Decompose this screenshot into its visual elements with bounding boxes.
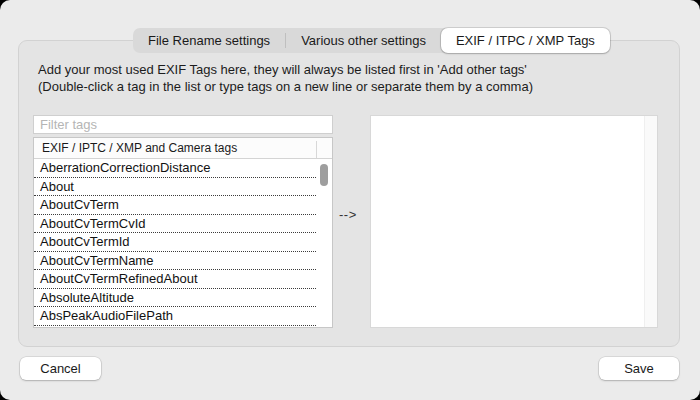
preferences-window: File Rename settings Various other setti…: [0, 0, 700, 400]
filter-tags-input[interactable]: [33, 115, 333, 134]
instructions-line-1: Add your most used EXIF Tags here, they …: [38, 61, 533, 78]
exif-tag-list: EXIF / IPTC / XMP and Camera tags Aberra…: [33, 137, 333, 328]
tag-list-item[interactable]: AboutCvTermId: [34, 233, 316, 252]
header-column-divider: [316, 141, 317, 158]
tag-list-item[interactable]: AboutCvTermName: [34, 252, 316, 271]
instructions-line-2: (Double-click a tag in the list or type …: [38, 78, 533, 95]
save-button[interactable]: Save: [599, 357, 679, 380]
tag-list-item[interactable]: AboutCvTermCvId: [34, 215, 316, 234]
tab-file-rename-settings[interactable]: File Rename settings: [133, 28, 285, 53]
tab-exif-itpc-xmp-tags[interactable]: EXIF / ITPC / XMP Tags: [441, 28, 610, 53]
tag-list-item[interactable]: About: [34, 178, 316, 197]
instructions-text: Add your most used EXIF Tags here, they …: [38, 61, 533, 95]
list-scrollbar-thumb[interactable]: [320, 164, 328, 186]
tag-list-header-label: EXIF / IPTC / XMP and Camera tags: [42, 141, 237, 155]
tag-list-item[interactable]: AboutCvTerm: [34, 196, 316, 215]
selected-tags-textarea[interactable]: [370, 115, 658, 328]
tag-list-item[interactable]: AbsPeakAudioFilePath: [34, 307, 316, 326]
settings-tab-bar: File Rename settings Various other setti…: [133, 28, 610, 53]
tag-rows: AberrationCorrectionDistanceAboutAboutCv…: [34, 159, 332, 326]
tag-list-item[interactable]: AberrationCorrectionDistance: [34, 159, 316, 178]
tag-list-header[interactable]: EXIF / IPTC / XMP and Camera tags: [34, 138, 332, 159]
tab-various-other-settings[interactable]: Various other settings: [286, 28, 441, 53]
textarea-scrollbar-track[interactable]: [644, 116, 657, 327]
transfer-arrow: -->: [339, 207, 357, 222]
cancel-button[interactable]: Cancel: [20, 357, 101, 380]
tag-list-item[interactable]: AbsoluteAltitude: [34, 289, 316, 308]
tag-list-item[interactable]: AboutCvTermRefinedAbout: [34, 270, 316, 289]
